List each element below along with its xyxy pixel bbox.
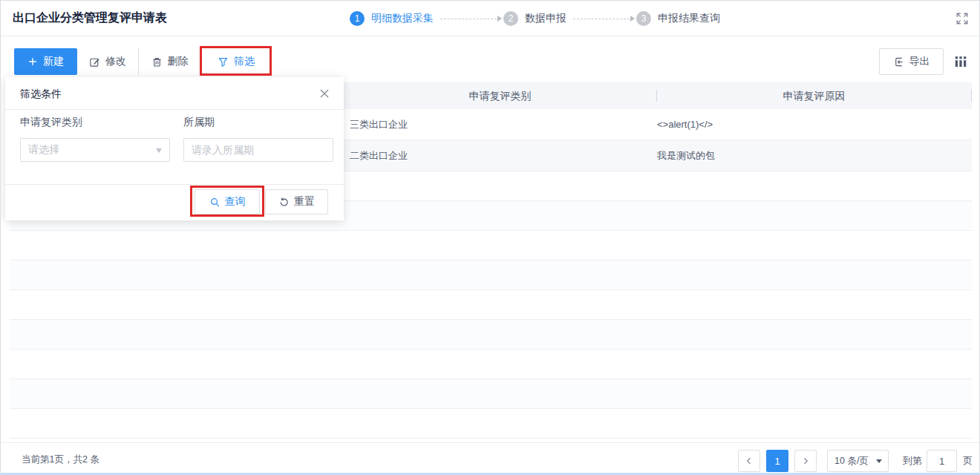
reset-icon	[278, 197, 290, 208]
step-1-circle: 1	[350, 11, 365, 26]
period-field-label: 所属期	[183, 116, 215, 129]
step-connector	[440, 19, 497, 19]
cell-category: 三类出口企业	[344, 109, 656, 140]
page-size-select[interactable]: 10 条/页	[827, 450, 889, 472]
edit-icon	[89, 56, 100, 68]
edit-button[interactable]: 修改	[77, 48, 139, 75]
footer-bar: 当前第1页，共2 条 1 10 条/页 到第 页	[1, 442, 979, 475]
table-row-empty	[10, 320, 972, 350]
query-button-label: 查询	[225, 195, 246, 209]
goto-page-input[interactable]	[927, 450, 957, 472]
step-1-label: 明细数据采集	[371, 12, 434, 25]
fullscreen-icon[interactable]	[956, 12, 969, 25]
export-icon	[893, 56, 904, 68]
table-row-empty	[10, 290, 972, 320]
column-divider	[656, 90, 657, 102]
page-size-value: 10 条/页	[828, 455, 876, 468]
column-header-reason: 申请复评原因	[656, 82, 972, 109]
cell-reason: 我是测试的包	[651, 140, 970, 171]
period-input[interactable]	[183, 138, 333, 162]
cell-category: 二类出口企业	[344, 140, 656, 171]
goto-page-suffix: 页	[963, 454, 973, 468]
cell-reason: <>alert(1)</>	[651, 109, 970, 140]
export-button-label: 导出	[909, 55, 930, 68]
close-icon[interactable]	[318, 88, 330, 99]
filter-button[interactable]: 筛选	[201, 48, 271, 75]
page-title: 出口企业分类管理复评申请表	[13, 10, 167, 26]
step-3: 3 申报结果查询	[636, 11, 720, 26]
trash-icon	[151, 56, 163, 68]
goto-page-prefix: 到第	[903, 454, 922, 468]
current-page-button[interactable]: 1	[766, 450, 788, 472]
search-icon	[209, 197, 220, 208]
prev-page-button[interactable]	[738, 450, 760, 472]
category-field-label: 申请复评类别	[20, 116, 82, 129]
step-3-circle: 3	[636, 11, 651, 26]
new-button-label: 新建	[43, 55, 64, 68]
table-row-empty	[10, 409, 972, 439]
app-window: 出口企业分类管理复评申请表 1 明细数据采集 2 数据申报 3 申报结果查询	[0, 0, 980, 475]
reset-button[interactable]: 重置	[265, 189, 328, 214]
step-3-label: 申报结果查询	[658, 12, 720, 25]
category-select[interactable]: 请选择	[20, 138, 170, 162]
filter-icon	[218, 56, 229, 68]
chevron-down-icon	[156, 148, 162, 156]
page-summary: 当前第1页，共2 条	[22, 453, 99, 466]
column-header-category: 申请复评类别	[344, 82, 656, 109]
table-row-empty	[10, 231, 972, 261]
query-button[interactable]: 查询	[195, 189, 260, 214]
table-row-empty	[10, 261, 972, 290]
filter-panel-footer: 查询 重置	[5, 184, 344, 220]
next-page-button[interactable]	[794, 450, 817, 472]
table-row-empty	[10, 379, 972, 409]
edit-button-label: 修改	[105, 55, 126, 68]
header-bar: 出口企业分类管理复评申请表 1 明细数据采集 2 数据申报 3 申报结果查询	[1, 1, 979, 36]
step-2-circle: 2	[503, 11, 518, 26]
column-settings-icon[interactable]	[953, 54, 970, 69]
table-row-empty	[10, 350, 972, 379]
toolbar-button-group: 修改 删除 筛选	[77, 48, 271, 75]
delete-button[interactable]: 删除	[139, 48, 201, 75]
stepper: 1 明细数据采集 2 数据申报 3 申报结果查询	[350, 1, 720, 36]
column-divider	[971, 90, 972, 102]
filter-panel-title: 筛选条件	[20, 88, 62, 101]
filter-panel: 筛选条件 申请复评类别 所属期 请选择 查询	[5, 77, 344, 220]
step-connector	[573, 19, 630, 19]
step-1: 1 明细数据采集	[350, 11, 434, 26]
filter-button-label: 筛选	[234, 55, 255, 68]
chevron-down-icon	[876, 459, 882, 466]
filter-panel-header: 筛选条件	[5, 77, 344, 110]
new-button[interactable]: 新建	[14, 48, 77, 75]
step-2: 2 数据申报	[503, 11, 566, 26]
category-select-placeholder: 请选择	[21, 143, 156, 157]
step-2-label: 数据申报	[525, 12, 566, 25]
delete-button-label: 删除	[168, 55, 189, 68]
export-button[interactable]: 导出	[879, 48, 944, 75]
plus-icon	[27, 56, 38, 67]
reset-button-label: 重置	[294, 195, 315, 209]
